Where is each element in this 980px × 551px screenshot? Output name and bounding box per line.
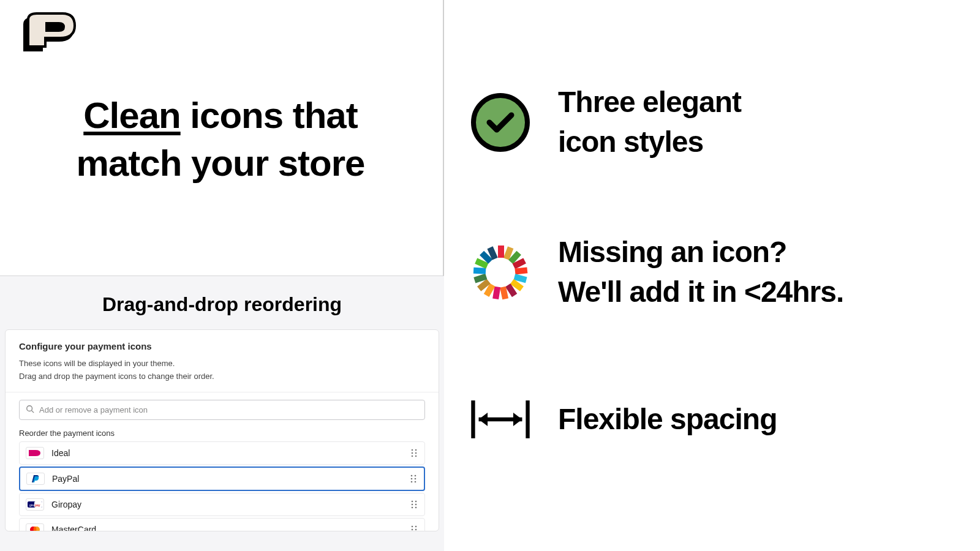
svg-point-22 (415, 504, 417, 506)
svg-point-3 (412, 449, 413, 451)
list-item[interactable]: PayPal (19, 467, 425, 491)
list-item[interactable]: giropay Giropay (19, 493, 425, 516)
feature-1-line1: Three elegant (558, 83, 741, 122)
card-desc: These icons will be displayed in your th… (6, 358, 439, 382)
svg-text:pay: pay (35, 503, 40, 507)
svg-point-5 (412, 452, 413, 454)
svg-point-7 (412, 455, 413, 457)
svg-point-28 (412, 526, 413, 528)
svg-point-6 (415, 452, 417, 454)
list-item-label: Giropay (51, 500, 404, 509)
drag-handle-icon[interactable] (411, 525, 418, 531)
svg-point-12 (415, 478, 417, 480)
feature-2-line2: We'll add it in <24hrs. (558, 272, 843, 312)
svg-point-0 (27, 406, 32, 411)
search-input[interactable]: Add or remove a payment icon (19, 400, 425, 420)
svg-point-14 (415, 481, 417, 483)
list-item-label: PayPal (52, 474, 403, 484)
feature-2-line1: Missing an icon? (558, 233, 843, 272)
drag-handle-icon[interactable] (410, 474, 418, 483)
svg-line-1 (32, 411, 34, 413)
svg-point-4 (415, 449, 417, 451)
color-wheel-icon (470, 242, 531, 303)
feature-1: Three elegant icon styles (470, 83, 972, 162)
reorder-label: Reorder the payment icons (6, 420, 439, 441)
feature-1-text: Three elegant icon styles (558, 83, 741, 162)
horizontal-spacing-icon (470, 389, 531, 450)
svg-point-19 (412, 501, 413, 503)
paypal-icon (26, 473, 45, 485)
svg-text:giro: giro (29, 503, 35, 507)
config-card: Configure your payment icons These icons… (5, 329, 439, 531)
svg-point-20 (415, 501, 417, 503)
mastercard-icon (26, 523, 44, 531)
svg-point-31 (415, 529, 417, 531)
svg-point-10 (415, 475, 417, 477)
svg-point-11 (411, 478, 413, 480)
svg-point-8 (415, 455, 417, 457)
drag-handle-icon[interactable] (411, 449, 418, 457)
app-section: Drag-and-drop reordering Configure your … (0, 276, 444, 551)
feature-2-text: Missing an icon? We'll add it in <24hrs. (558, 233, 843, 312)
list-item-label: Ideal (51, 448, 404, 458)
feature-3-line: Flexible spacing (558, 400, 777, 440)
svg-point-23 (412, 507, 413, 509)
svg-point-13 (411, 481, 413, 483)
headline: Clean icons that match your store (37, 92, 404, 187)
svg-point-24 (415, 507, 417, 509)
svg-point-21 (412, 504, 413, 506)
svg-point-29 (415, 526, 417, 528)
rows-container: Ideal PayPal giropay (6, 441, 439, 531)
card-desc-line1: These icons will be displayed in your th… (19, 358, 425, 370)
brand-logo (12, 11, 80, 59)
feature-2: Missing an icon? We'll add it in <24hrs. (470, 233, 972, 312)
list-item-label: MasterCard (51, 525, 404, 531)
list-item[interactable]: MasterCard (19, 518, 425, 531)
checkmark-circle-icon (470, 92, 531, 153)
headline-underlined: Clean (83, 95, 180, 136)
feature-3-text: Flexible spacing (558, 400, 777, 440)
giropay-icon: giropay (26, 498, 44, 511)
ideal-icon (26, 447, 44, 459)
list-item[interactable]: Ideal (19, 441, 425, 465)
svg-point-9 (411, 475, 413, 477)
app-heading: Drag-and-drop reordering (0, 276, 444, 329)
svg-point-30 (412, 529, 413, 531)
drag-handle-icon[interactable] (411, 500, 418, 509)
search-icon (26, 405, 34, 415)
card-desc-line2: Drag and drop the payment icons to chang… (19, 370, 425, 383)
card-title: Configure your payment icons (6, 330, 439, 358)
feature-1-line2: icon styles (558, 122, 741, 162)
search-placeholder: Add or remove a payment icon (39, 405, 148, 414)
feature-3: Flexible spacing (470, 389, 972, 450)
